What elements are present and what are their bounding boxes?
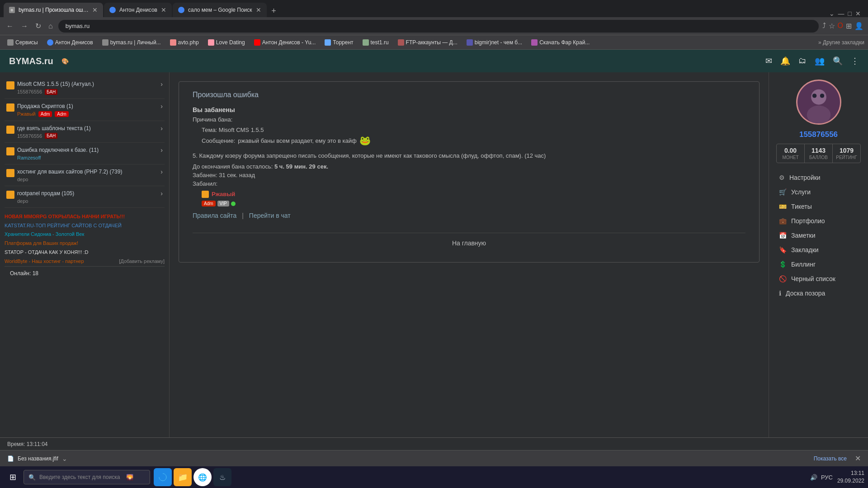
tray-lang[interactable]: РУС [821,474,833,481]
menu-bookmarks-label: Закладки [791,246,819,253]
close-window-button[interactable]: ✕ [855,10,861,17]
ad-hraniteli[interactable]: Хранители Сидониа - Золотой Век [5,231,84,237]
extension-icon[interactable]: ⊞ [846,22,852,30]
billing-icon: 💲 [779,261,787,268]
bookmark-bymas2[interactable]: bymas.ru | Личный... [99,38,165,47]
menu-services[interactable]: 🛒 Услуги [776,185,861,199]
home-nav-button[interactable]: ⌂ [47,20,55,32]
menu-shame[interactable]: ℹ Доска позора [776,286,861,300]
tab-google[interactable]: сало мем – Google Поиск ✕ [173,3,267,17]
taskbar-pinned-apps: 📁 🌐 ♨ [154,468,231,486]
chat-link[interactable]: Перейти в чат [249,212,291,219]
tab-anton[interactable]: Антон Денисов ✕ [104,3,172,17]
bookmark-skachat[interactable]: Скачать Фар Край... [528,38,593,47]
post-arrow[interactable]: › [160,125,163,132]
ad-worldbyte[interactable]: WorldByte - Наш хостинг - партнер [5,257,84,266]
tickets-icon: 🎫 [779,203,787,210]
new-tab-button[interactable]: + [268,5,280,17]
menu-billing[interactable]: 💲 Биллинг [776,257,861,272]
tab-list-button[interactable]: ⌄ [829,10,835,17]
notes-icon: 📅 [779,232,787,239]
menu-blacklist[interactable]: 🚫 Черный список [776,272,861,286]
bell-icon[interactable]: 🔔 [780,56,790,66]
bookmark-test[interactable]: test1.ru [359,38,392,47]
maximize-button[interactable]: □ [848,10,852,17]
menu-tickets[interactable]: 🎫 Тикеты [776,199,861,214]
forward-button[interactable]: → [19,20,30,32]
address-input[interactable] [58,20,819,33]
bookmark-bigmir[interactable]: bigmir)net - чем б... [463,38,526,47]
bookmark-anton[interactable]: Антон Денисов [43,38,97,47]
taskbar-search[interactable]: 🔍 Введите здесь текст для поиска 🌄 [24,470,150,484]
search-icon[interactable]: 🔍 [833,56,843,66]
folder-icon[interactable]: 🗂 [798,56,807,66]
tab-label-anton: Антон Денисов [119,7,157,13]
taskbar-edge-icon[interactable] [154,468,172,486]
tab-favicon-google [178,7,184,13]
menu-portfolio[interactable]: 💼 Портфолио [776,214,861,228]
download-item: 📄 Без названия.jfif ⌄ [7,455,67,462]
menu-notes[interactable]: 📅 Заметки [776,228,861,243]
post-arrow[interactable]: › [160,190,163,197]
post-arrow[interactable]: › [160,80,163,88]
post-arrow[interactable]: › [160,103,163,110]
tab-close-anton[interactable]: ✕ [161,6,166,14]
profile-icon[interactable]: 👤 [854,22,863,30]
tab-close-bymas[interactable]: ✕ [92,6,98,14]
bookmark-ftp[interactable]: FTP-аккаунты — Д... [394,38,461,47]
close-download-bar-button[interactable]: ✕ [855,454,861,463]
taskbar-steam-icon[interactable]: ♨ [213,468,231,486]
taskbar-chrome-icon[interactable]: 🌐 [193,468,212,486]
home-button[interactable]: На главную [452,239,486,247]
mail-icon[interactable]: ✉ [765,56,772,66]
rules-link[interactable]: Правила сайта [193,212,236,219]
banned-username[interactable]: Ржавый [212,191,235,197]
post-meta: 155876556 БАН [17,89,158,95]
vip-badge: VIP [217,201,229,206]
reload-button[interactable]: ↻ [33,20,43,32]
tab-bymas-error[interactable]: B bymas.ru | Произошла ошибка ✕ [4,3,103,17]
menu-settings[interactable]: ⚙ Настройки [776,170,861,185]
share-icon[interactable]: ⤴ [822,22,826,30]
back-button[interactable]: ← [5,20,15,32]
tab-label-google: сало мем – Google Поиск [188,7,252,13]
user-id[interactable]: 155876556 [799,130,838,139]
download-expand-button[interactable]: ⌄ [62,455,67,462]
ad-platforma[interactable]: Платформа для Ваших продаж! [5,240,78,246]
bookmark-favicon-skachat [531,39,538,46]
taskbar-explorer-icon[interactable]: 📁 [174,468,192,486]
online-dot [231,202,236,206]
opera-icon[interactable]: O [838,22,843,30]
bookmark-lovedating[interactable]: Love Dating [204,38,249,47]
menu-services-label: Услуги [791,188,811,196]
tray-volume-icon[interactable]: 🔊 [810,474,817,481]
post-arrow[interactable]: › [160,168,163,175]
post-title: где взять шаблоны текста (1) [17,125,158,132]
menu-tickets-label: Тикеты [791,203,812,210]
ban-badge: БАН [45,89,57,95]
bookmark-avto[interactable]: avto.php [166,38,203,47]
rule-number: 5. [193,152,198,159]
svg-point-2 [807,106,830,124]
post-arrow[interactable]: › [160,146,163,154]
rule-text: Каждому юзеру форума запрещено писать со… [199,152,546,159]
bookmark-torrent[interactable]: Торрент [321,38,357,47]
more-vert-icon[interactable]: ⋮ [851,56,859,66]
bookmark-youtube[interactable]: Антон Денисов - Yu... [250,38,320,47]
menu-bookmarks[interactable]: 🔖 Закладки [776,243,861,257]
tab-close-google[interactable]: ✕ [256,6,261,14]
start-button[interactable]: ⊞ [4,468,22,486]
ad-katstat[interactable]: KATSTAT.RU-ТОП РЕЙТИНГ САЙТОВ С ОТДАЧЕЙ [5,223,122,228]
minimize-button[interactable]: — [838,10,844,17]
add-ad-link[interactable]: [Добавить рекламу] [119,257,165,266]
palette-icon[interactable]: 🎨 [61,58,69,65]
show-all-button[interactable]: Показать все [814,455,847,462]
stat-points-label: БАЛЛОВ [807,155,830,160]
ad-mmorpg[interactable]: НОВАЯ MMORPG ОТКРЫЛАСЬ НАЧНИ ИГРАТЬ!!! [5,214,125,219]
left-sidebar: Misoft CMS 1.5.5 (15) (Актуал.) 15587655… [0,72,170,437]
bookmark-services[interactable]: Сервисы [4,38,42,47]
portfolio-icon: 💼 [779,217,787,225]
bookmark-star-icon[interactable]: ☆ [829,22,835,30]
users-icon[interactable]: 👥 [815,56,825,66]
bookmarks-more-button[interactable]: » Другие закладки [818,39,864,46]
